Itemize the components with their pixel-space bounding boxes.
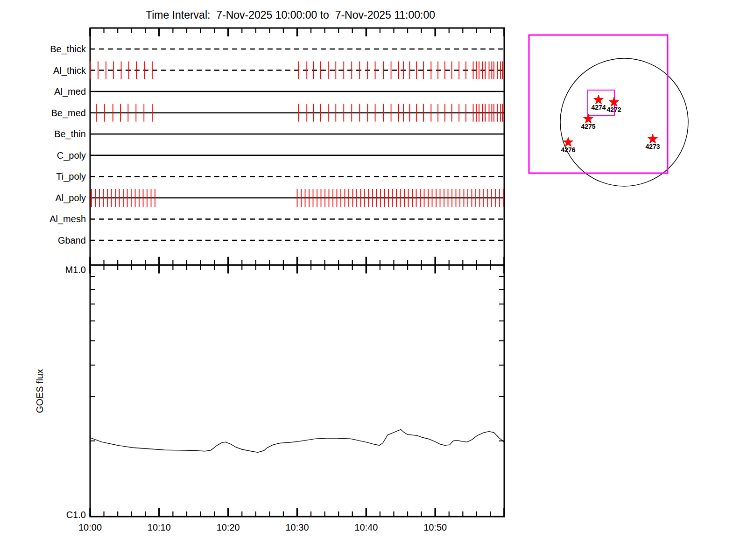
filter-label-Be_med: Be_med <box>51 108 86 119</box>
active-region-label-4273: 4273 <box>645 143 660 150</box>
x-tick-label: 10:50 <box>423 522 447 532</box>
plot-canvas: Time Interval: 7-Nov-2025 10:00:00 to 7-… <box>0 0 747 560</box>
x-tick-label: 10:40 <box>354 522 378 532</box>
generated-plot-layer: Be_thickAl_thickAl_medBe_medBe_thinC_pol… <box>49 28 688 532</box>
filter-label-Al_med: Al_med <box>54 86 86 97</box>
filter-label-C_poly: C_poly <box>57 150 86 161</box>
active-region-label-4272: 4272 <box>606 106 621 113</box>
active-region-label-4276: 4276 <box>561 146 575 154</box>
filter-label-Ti_poly: Ti_poly <box>56 171 86 182</box>
observation-plot: Time Interval: 7-Nov-2025 10:00:00 to 7-… <box>0 0 747 560</box>
goes-flux-panel <box>90 265 504 517</box>
filter-label-Al_poly: Al_poly <box>55 193 86 203</box>
active-region-star-4275 <box>584 114 593 123</box>
y-axis-bottom-label: C1.0 <box>66 510 86 520</box>
x-tick-label: 10:10 <box>148 522 171 532</box>
active-region-star-4273 <box>648 134 658 143</box>
filter-label-Be_thick: Be_thick <box>50 44 86 55</box>
y-axis-top-label: M1.0 <box>65 265 86 275</box>
filter-label-Be_thin: Be_thin <box>54 129 86 140</box>
filter-label-Al_thick: Al_thick <box>53 65 86 76</box>
filter-label-Gband: Gband <box>58 235 86 245</box>
goes-flux-curve <box>90 429 504 452</box>
filter-label-Al_mesh: Al_mesh <box>49 214 86 224</box>
active-region-star-4274 <box>594 95 604 104</box>
x-tick-label: 10:30 <box>285 522 309 532</box>
active-region-label-4274: 4274 <box>591 104 606 111</box>
page-title: Time Interval: 7-Nov-2025 10:00:00 to 7-… <box>146 9 435 21</box>
solar-limb-circle <box>560 58 688 186</box>
active-region-label-4275: 4275 <box>581 123 595 130</box>
y-axis-title: GOES flux <box>35 369 45 413</box>
x-tick-label: 10:00 <box>78 522 102 532</box>
x-tick-label: 10:20 <box>217 522 240 532</box>
